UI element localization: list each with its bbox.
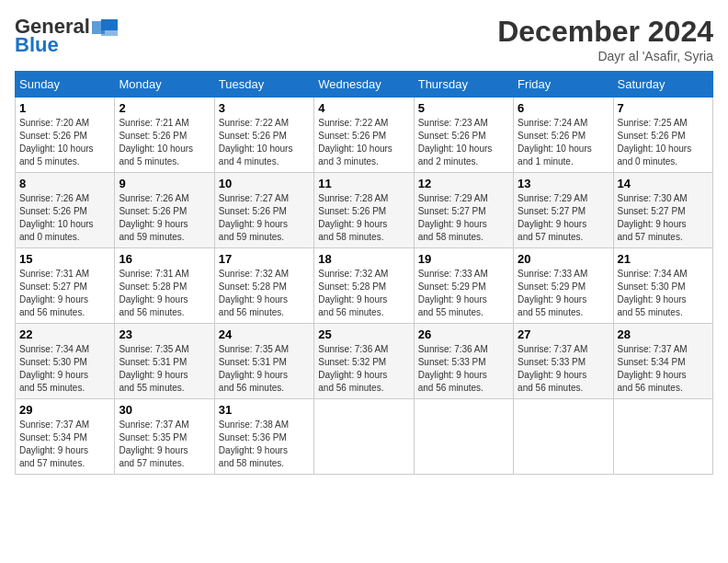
day-info: Sunrise: 7:36 AM Sunset: 5:33 PM Dayligh… (418, 343, 509, 395)
day-info: Sunrise: 7:35 AM Sunset: 5:31 PM Dayligh… (219, 343, 310, 395)
week-row-4: 22Sunrise: 7:34 AM Sunset: 5:30 PM Dayli… (16, 324, 713, 399)
day-number: 14 (618, 177, 709, 190)
day-number: 11 (318, 177, 409, 190)
day-info: Sunrise: 7:26 AM Sunset: 5:26 PM Dayligh… (119, 192, 210, 244)
calendar-cell: 14Sunrise: 7:30 AM Sunset: 5:27 PM Dayli… (613, 173, 712, 248)
calendar-cell: 9Sunrise: 7:26 AM Sunset: 5:26 PM Daylig… (115, 173, 214, 248)
day-number: 24 (219, 327, 310, 341)
day-info: Sunrise: 7:20 AM Sunset: 5:26 PM Dayligh… (19, 117, 110, 168)
day-number: 2 (119, 101, 210, 115)
day-info: Sunrise: 7:34 AM Sunset: 5:30 PM Dayligh… (618, 268, 709, 319)
logo-blue-text: Blue (15, 33, 59, 57)
day-info: Sunrise: 7:32 AM Sunset: 5:28 PM Dayligh… (318, 268, 409, 319)
logo: General Blue (15, 15, 119, 57)
header-day-friday: Friday (514, 72, 613, 98)
day-number: 17 (219, 252, 310, 266)
day-number: 12 (418, 177, 509, 190)
calendar-cell: 20Sunrise: 7:33 AM Sunset: 5:29 PM Dayli… (514, 248, 613, 324)
calendar-cell: 11Sunrise: 7:28 AM Sunset: 5:26 PM Dayli… (314, 173, 414, 248)
day-number: 9 (119, 177, 210, 190)
calendar-cell (314, 399, 414, 475)
day-info: Sunrise: 7:23 AM Sunset: 5:26 PM Dayligh… (418, 117, 509, 168)
week-row-1: 1Sunrise: 7:20 AM Sunset: 5:26 PM Daylig… (16, 98, 713, 173)
day-number: 28 (618, 327, 709, 341)
calendar-cell: 2Sunrise: 7:21 AM Sunset: 5:26 PM Daylig… (115, 98, 214, 173)
day-number: 21 (618, 252, 709, 266)
day-number: 30 (119, 403, 210, 417)
header-day-monday: Monday (115, 72, 214, 98)
day-number: 4 (318, 101, 409, 115)
calendar-table: SundayMondayTuesdayWednesdayThursdayFrid… (15, 71, 713, 475)
calendar-cell: 17Sunrise: 7:32 AM Sunset: 5:28 PM Dayli… (214, 248, 313, 324)
calendar-cell: 18Sunrise: 7:32 AM Sunset: 5:28 PM Dayli… (314, 248, 414, 324)
day-number: 31 (219, 403, 310, 417)
week-row-3: 15Sunrise: 7:31 AM Sunset: 5:27 PM Dayli… (16, 248, 713, 324)
day-info: Sunrise: 7:22 AM Sunset: 5:26 PM Dayligh… (318, 117, 409, 168)
day-number: 13 (518, 177, 609, 190)
calendar-cell: 19Sunrise: 7:33 AM Sunset: 5:29 PM Dayli… (414, 248, 513, 324)
day-info: Sunrise: 7:34 AM Sunset: 5:30 PM Dayligh… (19, 343, 110, 395)
day-number: 22 (19, 327, 110, 341)
day-info: Sunrise: 7:27 AM Sunset: 5:26 PM Dayligh… (219, 192, 310, 244)
calendar-cell: 29Sunrise: 7:37 AM Sunset: 5:34 PM Dayli… (16, 399, 115, 475)
calendar-cell: 31Sunrise: 7:38 AM Sunset: 5:36 PM Dayli… (214, 399, 313, 475)
day-number: 10 (219, 177, 310, 190)
header-day-saturday: Saturday (613, 72, 712, 98)
day-info: Sunrise: 7:22 AM Sunset: 5:26 PM Dayligh… (219, 117, 310, 168)
calendar-cell: 13Sunrise: 7:29 AM Sunset: 5:27 PM Dayli… (514, 173, 613, 248)
day-info: Sunrise: 7:29 AM Sunset: 5:27 PM Dayligh… (418, 192, 509, 244)
header-day-wednesday: Wednesday (314, 72, 414, 98)
day-number: 23 (119, 327, 210, 341)
day-number: 6 (518, 101, 609, 115)
calendar-cell: 8Sunrise: 7:26 AM Sunset: 5:26 PM Daylig… (16, 173, 115, 248)
day-number: 16 (119, 252, 210, 266)
calendar-cell: 10Sunrise: 7:27 AM Sunset: 5:26 PM Dayli… (214, 173, 313, 248)
calendar-cell: 4Sunrise: 7:22 AM Sunset: 5:26 PM Daylig… (314, 98, 414, 173)
day-info: Sunrise: 7:25 AM Sunset: 5:26 PM Dayligh… (618, 117, 709, 168)
day-number: 29 (19, 403, 110, 417)
day-number: 19 (418, 252, 509, 266)
day-number: 8 (19, 177, 110, 190)
day-info: Sunrise: 7:24 AM Sunset: 5:26 PM Dayligh… (518, 117, 609, 168)
calendar-cell: 23Sunrise: 7:35 AM Sunset: 5:31 PM Dayli… (115, 324, 214, 399)
location-title: Dayr al 'Asafir, Syria (497, 49, 713, 63)
day-number: 18 (318, 252, 409, 266)
calendar-cell: 22Sunrise: 7:34 AM Sunset: 5:30 PM Dayli… (16, 324, 115, 399)
header-row: SundayMondayTuesdayWednesdayThursdayFrid… (16, 72, 713, 98)
day-info: Sunrise: 7:32 AM Sunset: 5:28 PM Dayligh… (219, 268, 310, 319)
calendar-cell: 1Sunrise: 7:20 AM Sunset: 5:26 PM Daylig… (16, 98, 115, 173)
header-day-tuesday: Tuesday (214, 72, 313, 98)
day-number: 26 (418, 327, 509, 341)
page-header: General Blue December 2024 Dayr al 'Asaf… (15, 15, 713, 63)
calendar-cell: 30Sunrise: 7:37 AM Sunset: 5:35 PM Dayli… (115, 399, 214, 475)
calendar-header: SundayMondayTuesdayWednesdayThursdayFrid… (16, 72, 713, 98)
logo-icon (92, 17, 119, 38)
day-number: 1 (19, 101, 110, 115)
day-number: 20 (518, 252, 609, 266)
calendar-cell (414, 399, 513, 475)
month-title: December 2024 (497, 15, 713, 49)
header-day-thursday: Thursday (414, 72, 513, 98)
day-info: Sunrise: 7:29 AM Sunset: 5:27 PM Dayligh… (518, 192, 609, 244)
header-day-sunday: Sunday (16, 72, 115, 98)
day-info: Sunrise: 7:37 AM Sunset: 5:33 PM Dayligh… (518, 343, 609, 395)
day-number: 7 (618, 101, 709, 115)
calendar-cell: 21Sunrise: 7:34 AM Sunset: 5:30 PM Dayli… (613, 248, 712, 324)
calendar-cell: 7Sunrise: 7:25 AM Sunset: 5:26 PM Daylig… (613, 98, 712, 173)
title-area: December 2024 Dayr al 'Asafir, Syria (497, 15, 713, 63)
day-info: Sunrise: 7:28 AM Sunset: 5:26 PM Dayligh… (318, 192, 409, 244)
calendar-cell: 25Sunrise: 7:36 AM Sunset: 5:32 PM Dayli… (314, 324, 414, 399)
day-info: Sunrise: 7:38 AM Sunset: 5:36 PM Dayligh… (219, 419, 310, 470)
calendar-cell: 15Sunrise: 7:31 AM Sunset: 5:27 PM Dayli… (16, 248, 115, 324)
day-info: Sunrise: 7:37 AM Sunset: 5:34 PM Dayligh… (19, 419, 110, 470)
calendar-cell: 3Sunrise: 7:22 AM Sunset: 5:26 PM Daylig… (214, 98, 313, 173)
day-info: Sunrise: 7:36 AM Sunset: 5:32 PM Dayligh… (318, 343, 409, 395)
day-info: Sunrise: 7:33 AM Sunset: 5:29 PM Dayligh… (518, 268, 609, 319)
day-number: 5 (418, 101, 509, 115)
day-number: 15 (19, 252, 110, 266)
calendar-body: 1Sunrise: 7:20 AM Sunset: 5:26 PM Daylig… (16, 98, 713, 475)
day-number: 25 (318, 327, 409, 341)
week-row-2: 8Sunrise: 7:26 AM Sunset: 5:26 PM Daylig… (16, 173, 713, 248)
day-info: Sunrise: 7:33 AM Sunset: 5:29 PM Dayligh… (418, 268, 509, 319)
day-info: Sunrise: 7:37 AM Sunset: 5:35 PM Dayligh… (119, 419, 210, 470)
